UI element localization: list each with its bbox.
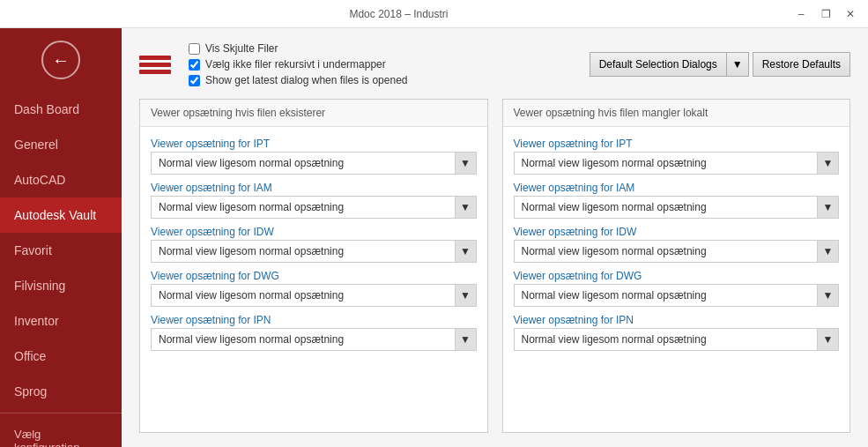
sidebar-item-favorit[interactable]: Favorit xyxy=(0,233,122,268)
viewer-group-dwg-right: Viewer opsætning for DWG Normal view lig… xyxy=(514,266,840,307)
viewer-select-dwg-left[interactable]: Normal view ligesom normal opsætning ▼ xyxy=(151,284,477,307)
sidebar-item-dash-board[interactable]: Dash Board xyxy=(0,92,122,127)
viewer-select-iam-left-text: Normal view ligesom normal opsætning xyxy=(152,201,455,213)
viewer-select-ipn-left-text: Normal view ligesom normal opsætning xyxy=(152,333,455,346)
restore-button[interactable]: ❐ xyxy=(815,4,836,25)
viewer-label-idw-left: Viewer opsætning for IDW xyxy=(151,222,477,238)
sidebar-back: ← xyxy=(0,28,122,92)
dropdown-arrow-icon: ▼ xyxy=(817,197,838,218)
checkbox-vis-skjulte[interactable] xyxy=(189,43,200,55)
default-selection-arrow-icon[interactable]: ▼ xyxy=(727,53,748,76)
viewer-group-ipt-left: Viewer opsætning for IPT Normal view lig… xyxy=(151,134,477,175)
back-arrow-icon: ← xyxy=(52,50,70,71)
viewer-select-idw-left-text: Normal view ligesom normal opsætning xyxy=(152,245,455,257)
sidebar-item-sprog[interactable]: Sprog xyxy=(0,374,122,409)
viewer-select-ipt-left-text: Normal view ligesom normal opsætning xyxy=(152,157,455,169)
database-icon xyxy=(139,56,171,74)
viewer-label-ipt-left: Viewer opsætning for IPT xyxy=(151,134,477,150)
viewer-group-idw-right: Viewer opsætning for IDW Normal view lig… xyxy=(514,222,840,263)
viewer-label-iam-left: Viewer opsætning for IAM xyxy=(151,178,477,194)
sidebar-nav: Dash Board Generel AutoCAD Autodesk Vaul… xyxy=(0,92,122,447)
dropdown-arrow-icon: ▼ xyxy=(455,241,476,262)
sidebar-divider xyxy=(0,413,122,413)
viewer-select-iam-left[interactable]: Normal view ligesom normal opsætning ▼ xyxy=(151,196,477,219)
dropdown-arrow-icon: ▼ xyxy=(455,197,476,218)
viewer-select-dwg-right[interactable]: Normal view ligesom normal opsætning ▼ xyxy=(514,284,840,307)
minimize-button[interactable]: – xyxy=(790,4,812,25)
viewer-select-ipn-right[interactable]: Normal view ligesom normal opsætning ▼ xyxy=(514,328,840,351)
checkbox-vaelg-ikke-label: Vælg ikke filer rekursivt i undermapper xyxy=(205,58,386,71)
close-button[interactable]: ✕ xyxy=(840,4,861,25)
default-selection-label: Default Selection Dialogs xyxy=(590,53,727,76)
checkbox-show-get[interactable] xyxy=(189,75,200,86)
panel-right-header: Vewer opsætning hvis filen mangler lokal… xyxy=(503,100,850,127)
toolbar-right: Default Selection Dialogs ▼ Restore Defa… xyxy=(590,52,850,77)
viewer-select-ipt-right-text: Normal view ligesom normal opsætning xyxy=(515,157,818,169)
app-body: ← Dash Board Generel AutoCAD Autodesk Va… xyxy=(0,28,868,447)
sidebar-item-filvisning[interactable]: Filvisning xyxy=(0,268,122,303)
toolbar: Vis Skjulte Filer Vælg ikke filer rekurs… xyxy=(139,42,850,86)
default-selection-btn[interactable]: Default Selection Dialogs ▼ xyxy=(590,52,749,77)
sidebar-item-vaelg-konfiguration[interactable]: Vælg konfiguration... xyxy=(0,417,122,447)
panel-left: Vewer opsætning hvis filen eksisterer Vi… xyxy=(139,99,488,433)
viewer-label-dwg-left: Viewer opsætning for DWG xyxy=(151,266,477,282)
checkbox-row-2: Vælg ikke filer rekursivt i undermapper xyxy=(189,58,407,71)
viewer-label-ipn-left: Viewer opsætning for IPN xyxy=(151,310,477,326)
viewer-label-idw-right: Viewer opsætning for IDW xyxy=(514,222,840,238)
main-content: Vis Skjulte Filer Vælg ikke filer rekurs… xyxy=(122,28,868,447)
viewer-group-ipn-left: Viewer opsætning for IPN Normal view lig… xyxy=(151,310,477,351)
dropdown-arrow-icon: ▼ xyxy=(817,329,838,350)
viewer-select-ipt-left[interactable]: Normal view ligesom normal opsætning ▼ xyxy=(151,152,477,175)
viewer-select-ipn-right-text: Normal view ligesom normal opsætning xyxy=(515,333,818,346)
dropdown-arrow-icon: ▼ xyxy=(455,153,476,174)
dropdown-arrow-icon: ▼ xyxy=(455,329,476,350)
checkbox-vis-skjulte-label: Vis Skjulte Filer xyxy=(205,42,278,55)
viewer-label-ipn-right: Viewer opsætning for IPN xyxy=(514,310,840,326)
viewer-group-iam-left: Viewer opsætning for IAM Normal view lig… xyxy=(151,178,477,219)
panel-right-body: Viewer opsætning for IPT Normal view lig… xyxy=(503,127,850,432)
viewer-select-dwg-left-text: Normal view ligesom normal opsætning xyxy=(152,289,455,302)
viewer-select-ipn-left[interactable]: Normal view ligesom normal opsætning ▼ xyxy=(151,328,477,351)
checkbox-row-3: Show get latest dialog when files is ope… xyxy=(189,74,407,86)
viewer-label-dwg-right: Viewer opsætning for DWG xyxy=(514,266,840,282)
sidebar-item-inventor[interactable]: Inventor xyxy=(0,303,122,339)
checkbox-vaelg-ikke[interactable] xyxy=(189,59,200,71)
viewer-select-dwg-right-text: Normal view ligesom normal opsætning xyxy=(515,289,818,302)
viewer-select-ipt-right[interactable]: Normal view ligesom normal opsætning ▼ xyxy=(514,152,840,175)
viewer-select-iam-right-text: Normal view ligesom normal opsætning xyxy=(515,201,818,213)
viewer-group-ipt-right: Viewer opsætning for IPT Normal view lig… xyxy=(514,134,840,175)
sidebar-item-autodesk-vault[interactable]: Autodesk Vault xyxy=(0,197,122,233)
restore-defaults-button[interactable]: Restore Defaults xyxy=(753,52,850,77)
viewer-group-dwg-left: Viewer opsætning for DWG Normal view lig… xyxy=(151,266,477,307)
back-button[interactable]: ← xyxy=(41,41,80,79)
viewer-select-idw-right-text: Normal view ligesom normal opsætning xyxy=(515,245,818,257)
panels: Vewer opsætning hvis filen eksisterer Vi… xyxy=(139,99,850,433)
sidebar-item-autocad[interactable]: AutoCAD xyxy=(0,162,122,197)
sidebar-item-generel[interactable]: Generel xyxy=(0,127,122,162)
dropdown-arrow-icon: ▼ xyxy=(817,285,838,306)
dropdown-arrow-icon: ▼ xyxy=(817,241,838,262)
viewer-group-idw-left: Viewer opsætning for IDW Normal view lig… xyxy=(151,222,477,263)
viewer-select-iam-right[interactable]: Normal view ligesom normal opsætning ▼ xyxy=(514,196,840,219)
viewer-group-iam-right: Viewer opsætning for IAM Normal view lig… xyxy=(514,178,840,219)
dropdown-arrow-icon: ▼ xyxy=(817,153,838,174)
window-title: Mdoc 2018 – Industri xyxy=(7,8,790,20)
viewer-select-idw-right[interactable]: Normal view ligesom normal opsætning ▼ xyxy=(514,240,840,263)
window-controls: – ❐ ✕ xyxy=(790,4,861,25)
checkbox-row-1: Vis Skjulte Filer xyxy=(189,42,407,55)
dropdown-arrow-icon: ▼ xyxy=(455,285,476,306)
sidebar: ← Dash Board Generel AutoCAD Autodesk Va… xyxy=(0,28,122,447)
viewer-label-iam-right: Viewer opsætning for IAM xyxy=(514,178,840,194)
sidebar-item-office[interactable]: Office xyxy=(0,339,122,374)
checkbox-show-get-label: Show get latest dialog when files is ope… xyxy=(205,74,407,86)
viewer-select-idw-left[interactable]: Normal view ligesom normal opsætning ▼ xyxy=(151,240,477,263)
viewer-group-ipn-right: Viewer opsætning for IPN Normal view lig… xyxy=(514,310,840,351)
title-bar: Mdoc 2018 – Industri – ❐ ✕ xyxy=(0,0,868,28)
panel-left-header: Vewer opsætning hvis filen eksisterer xyxy=(140,100,487,127)
viewer-label-ipt-right: Viewer opsætning for IPT xyxy=(514,134,840,150)
panel-right: Vewer opsætning hvis filen mangler lokal… xyxy=(502,99,851,433)
panel-left-body: Viewer opsætning for IPT Normal view lig… xyxy=(140,127,487,432)
checkboxes: Vis Skjulte Filer Vælg ikke filer rekurs… xyxy=(189,42,407,86)
sidebar-bottom: Vælg konfiguration... Rediger kort... xyxy=(0,417,122,447)
